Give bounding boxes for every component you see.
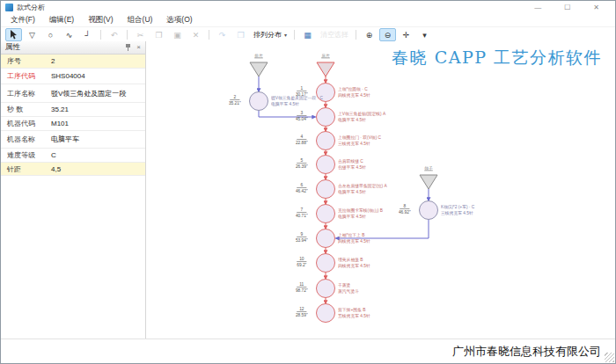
undo-button[interactable]: ↶ <box>106 28 122 41</box>
zoom-in-button[interactable]: ⊕ <box>361 28 378 41</box>
property-value[interactable]: 驳V领三角处及固定一段 <box>51 89 126 98</box>
clear-selection-button-label: 清空选择 <box>320 30 348 40</box>
close-button[interactable]: ✕ <box>582 3 611 13</box>
paste-button[interactable]: ▣ <box>169 28 186 41</box>
process-node-9[interactable] <box>317 229 335 248</box>
node-index-seconds: 235.21" <box>225 94 245 106</box>
toolbar-overflow-button[interactable]: ▾ <box>416 28 433 41</box>
property-label: 工序名称 <box>1 89 51 98</box>
redo-icon: ↷ <box>219 31 226 40</box>
property-value[interactable]: 4,5 <box>51 165 61 173</box>
window-title: 款式分析 <box>17 3 45 12</box>
process-node-11[interactable] <box>317 280 335 298</box>
property-row: 序号2 <box>1 55 145 69</box>
property-row: 秒 数35.21 <box>1 103 145 117</box>
toolbar-separator <box>100 30 101 40</box>
clear-selection-button[interactable]: 清空选择 <box>318 28 351 41</box>
delete-icon: ✕ <box>193 31 200 40</box>
source-label: 后片 <box>316 53 335 59</box>
property-value[interactable]: 电脑平车 <box>51 135 79 144</box>
flip-icon: ❒ <box>237 31 244 40</box>
source-back-piece[interactable] <box>317 62 334 76</box>
multi-select-button[interactable]: ▦ <box>299 28 316 41</box>
node-index-seconds: 846.92" <box>395 203 414 215</box>
node-index-seconds: 953.94" <box>292 231 312 244</box>
property-label: 工序代码 <box>1 71 51 81</box>
property-row: 工序代码SHS04004 <box>1 69 145 84</box>
chevron-down-icon: ▾ <box>284 32 287 38</box>
properties-panel-title: 属性 <box>5 42 20 53</box>
property-value[interactable]: 35.21 <box>51 106 69 113</box>
triangle-icon: ▽ <box>29 31 35 40</box>
property-value[interactable]: M101 <box>51 120 69 127</box>
node-index-seconds: 345.04" <box>292 110 312 122</box>
process-node-6[interactable] <box>317 180 335 199</box>
property-row: 工序名称驳V领三角处及固定一段 <box>1 84 145 103</box>
property-label: 机器名称 <box>1 135 51 144</box>
process-node-8[interactable] <box>420 201 438 220</box>
property-value[interactable]: SHS04004 <box>51 72 85 80</box>
paste-icon: ▣ <box>173 31 181 40</box>
arrange-button[interactable]: 排列分布▾ <box>251 28 290 41</box>
process-node-5[interactable] <box>317 156 335 174</box>
process-node-2[interactable] <box>250 92 268 111</box>
node-index-seconds: 1228.59" <box>292 306 312 318</box>
delete-button[interactable]: ✕ <box>187 28 204 41</box>
minimize-button[interactable]: — <box>523 3 553 13</box>
statusbar: 广州市春晓信息科技有限公司 <box>1 339 615 363</box>
panel-close-icon[interactable]: × <box>136 44 141 51</box>
node-description: K领(1)*2 (+车) · C三线拷克车 4.5针 <box>441 204 474 217</box>
source-label: 前片 <box>249 53 268 59</box>
toolbar-separator <box>209 30 209 40</box>
flip-button[interactable]: ❒ <box>232 28 249 41</box>
company-name: 广州市春晓信息科技有限公司 <box>452 344 601 360</box>
undo-icon: ↶ <box>111 31 118 40</box>
process-node-3[interactable] <box>317 108 335 127</box>
menu-view[interactable]: 视图(V) <box>81 15 120 25</box>
process-node-4[interactable] <box>317 132 335 150</box>
chevron-down-icon: ▾ <box>422 31 427 40</box>
property-grid: 序号2工序代码SHS04004工序名称驳V领三角处及固定一段秒 数35.21机器… <box>1 55 145 176</box>
pan-icon: ✛ <box>403 31 410 40</box>
menu-options[interactable]: 选项(O) <box>159 15 199 25</box>
resize-grip[interactable] <box>605 353 614 362</box>
process-node-12[interactable] <box>317 304 335 323</box>
source-label: 领子 <box>419 165 438 171</box>
node-description: 驳V领三角处及固定一段 · C电脑平车 4.5针 <box>271 95 323 108</box>
properties-panel: 属性 × 序号2工序代码SHS04004工序名称驳V领三角处及固定一段秒 数35… <box>1 41 146 339</box>
diagram-canvas[interactable]: 前片后片领子130.17"上领*拉圆领 · C四线拷克车 4.5针235.21"… <box>146 41 615 339</box>
node-description: 剪下摆+围条 B五线拷克车 4.5针 <box>338 307 370 320</box>
menu-combine[interactable]: 组合(U) <box>121 15 160 25</box>
scissors-icon: ✂ <box>137 31 144 40</box>
corner-line-icon: ┘ <box>84 31 90 40</box>
property-label: 序号 <box>1 56 51 66</box>
property-label: 难度等级 <box>1 150 51 160</box>
node-description: 合左右肩缝带条固定(拉) A电脑平车 4.5针 <box>338 183 387 196</box>
source-collar[interactable] <box>420 175 437 189</box>
pan-button[interactable]: ✛ <box>398 28 414 41</box>
pin-icon[interactable] <box>125 44 131 51</box>
property-row: 难度等级C <box>1 149 145 163</box>
redo-button[interactable]: ↷ <box>214 28 231 41</box>
process-node-10[interactable] <box>317 254 335 273</box>
menu-edit[interactable]: 编辑(E) <box>42 15 81 25</box>
curve-tool-button[interactable]: ∿ <box>61 28 77 41</box>
property-value[interactable]: C <box>51 151 56 159</box>
triangle-tool-button[interactable]: ▽ <box>24 28 40 41</box>
properties-panel-header: 属性 × <box>1 41 145 55</box>
menu-file[interactable]: 文件(F) <box>4 15 42 25</box>
ellipse-tool-button[interactable]: ○ <box>42 28 59 41</box>
source-front-piece[interactable] <box>250 62 268 76</box>
node-description: 埋夹从袖笼 B四线拷克车 4.5针 <box>338 257 370 270</box>
cut-button[interactable]: ✂ <box>132 28 149 41</box>
property-value[interactable]: 2 <box>51 57 55 65</box>
polyline-tool-button[interactable]: ┘ <box>79 28 96 41</box>
select-tool-button[interactable] <box>5 28 22 41</box>
node-description: 干蒸烫蒸汽气烫斗 <box>338 282 359 295</box>
maximize-button[interactable]: ☐ <box>553 3 582 13</box>
copy-button[interactable]: ❐ <box>150 28 167 41</box>
zoom-out-button[interactable]: ⊖ <box>379 28 396 41</box>
node-index-seconds: 422.88" <box>292 134 312 146</box>
process-node-7[interactable] <box>317 205 335 223</box>
node-description: 上袖*拉下上 B四线拷克车 4.5针 <box>338 232 370 245</box>
